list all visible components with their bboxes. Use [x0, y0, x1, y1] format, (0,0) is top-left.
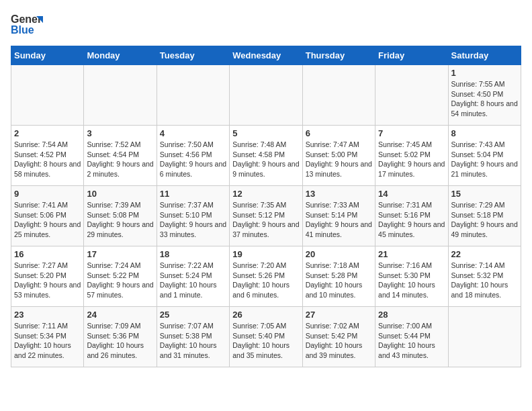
calendar-cell — [448, 307, 521, 367]
header-day-thursday: Thursday — [302, 46, 375, 65]
calendar-cell: 11Sunrise: 7:37 AM Sunset: 5:10 PM Dayli… — [157, 186, 229, 246]
day-info: Sunrise: 7:47 AM Sunset: 5:00 PM Dayligh… — [306, 140, 372, 179]
calendar-cell — [84, 65, 157, 126]
day-info: Sunrise: 7:20 AM Sunset: 5:26 PM Dayligh… — [232, 261, 299, 300]
day-number: 8 — [451, 128, 518, 138]
calendar-cell: 16Sunrise: 7:27 AM Sunset: 5:20 PM Dayli… — [11, 246, 84, 307]
calendar-cell: 1Sunrise: 7:55 AM Sunset: 4:50 PM Daylig… — [448, 65, 521, 126]
calendar-cell: 25Sunrise: 7:07 AM Sunset: 5:38 PM Dayli… — [157, 307, 229, 367]
day-number: 7 — [378, 128, 445, 138]
day-info: Sunrise: 7:29 AM Sunset: 5:18 PM Dayligh… — [451, 200, 518, 240]
day-number: 15 — [451, 189, 518, 199]
day-info: Sunrise: 7:39 AM Sunset: 5:08 PM Dayligh… — [87, 200, 153, 240]
day-info: Sunrise: 7:09 AM Sunset: 5:36 PM Dayligh… — [87, 321, 153, 361]
calendar-cell — [157, 65, 229, 126]
day-info: Sunrise: 7:16 AM Sunset: 5:30 PM Dayligh… — [378, 261, 445, 300]
day-info: Sunrise: 7:27 AM Sunset: 5:20 PM Dayligh… — [14, 261, 81, 300]
calendar-cell: 27Sunrise: 7:02 AM Sunset: 5:42 PM Dayli… — [302, 307, 375, 367]
day-number: 18 — [160, 249, 226, 259]
day-number: 21 — [378, 249, 445, 259]
day-number: 12 — [232, 189, 299, 199]
day-number: 20 — [306, 249, 372, 259]
calendar-cell: 28Sunrise: 7:00 AM Sunset: 5:44 PM Dayli… — [375, 307, 448, 367]
calendar-cell: 19Sunrise: 7:20 AM Sunset: 5:26 PM Dayli… — [230, 246, 302, 307]
calendar-cell — [375, 65, 448, 126]
day-info: Sunrise: 7:45 AM Sunset: 5:02 PM Dayligh… — [378, 140, 445, 179]
day-info: Sunrise: 7:31 AM Sunset: 5:16 PM Dayligh… — [378, 200, 445, 240]
calendar-cell: 9Sunrise: 7:41 AM Sunset: 5:06 PM Daylig… — [11, 186, 84, 246]
day-info: Sunrise: 7:41 AM Sunset: 5:06 PM Dayligh… — [14, 200, 81, 240]
calendar-cell: 20Sunrise: 7:18 AM Sunset: 5:28 PM Dayli… — [302, 246, 375, 307]
day-number: 4 — [160, 128, 226, 138]
day-number: 24 — [87, 310, 153, 320]
day-number: 19 — [232, 249, 299, 259]
day-info: Sunrise: 7:18 AM Sunset: 5:28 PM Dayligh… — [306, 261, 372, 300]
calendar-cell: 6Sunrise: 7:47 AM Sunset: 5:00 PM Daylig… — [302, 126, 375, 186]
day-info: Sunrise: 7:54 AM Sunset: 4:52 PM Dayligh… — [14, 140, 81, 179]
day-number: 26 — [232, 310, 299, 320]
calendar-cell: 14Sunrise: 7:31 AM Sunset: 5:16 PM Dayli… — [375, 186, 448, 246]
day-number: 9 — [14, 189, 81, 199]
day-info: Sunrise: 7:22 AM Sunset: 5:24 PM Dayligh… — [160, 261, 226, 300]
calendar-cell: 13Sunrise: 7:33 AM Sunset: 5:14 PM Dayli… — [302, 186, 375, 246]
day-number: 23 — [14, 310, 81, 320]
calendar-cell: 7Sunrise: 7:45 AM Sunset: 5:02 PM Daylig… — [375, 126, 448, 186]
day-number: 11 — [160, 189, 226, 199]
day-info: Sunrise: 7:33 AM Sunset: 5:14 PM Dayligh… — [306, 200, 372, 240]
day-info: Sunrise: 7:00 AM Sunset: 5:44 PM Dayligh… — [378, 321, 445, 361]
calendar-cell: 4Sunrise: 7:50 AM Sunset: 4:56 PM Daylig… — [157, 126, 229, 186]
day-info: Sunrise: 7:43 AM Sunset: 5:04 PM Dayligh… — [451, 140, 518, 179]
calendar-cell — [230, 65, 302, 126]
day-number: 14 — [378, 189, 445, 199]
day-info: Sunrise: 7:37 AM Sunset: 5:10 PM Dayligh… — [160, 200, 226, 240]
calendar-cell: 21Sunrise: 7:16 AM Sunset: 5:30 PM Dayli… — [375, 246, 448, 307]
day-info: Sunrise: 7:05 AM Sunset: 5:40 PM Dayligh… — [232, 321, 299, 361]
day-info: Sunrise: 7:35 AM Sunset: 5:12 PM Dayligh… — [232, 200, 299, 240]
day-number: 27 — [306, 310, 372, 320]
day-info: Sunrise: 7:24 AM Sunset: 5:22 PM Dayligh… — [87, 261, 153, 300]
day-number: 13 — [306, 189, 372, 199]
svg-text:Blue: Blue — [11, 24, 34, 36]
day-number: 28 — [378, 310, 445, 320]
calendar-cell: 5Sunrise: 7:48 AM Sunset: 4:58 PM Daylig… — [230, 126, 302, 186]
page-header: General Blue — [11, 11, 521, 40]
day-info: Sunrise: 7:50 AM Sunset: 4:56 PM Dayligh… — [160, 140, 226, 179]
calendar-cell: 17Sunrise: 7:24 AM Sunset: 5:22 PM Dayli… — [84, 246, 157, 307]
week-row-4: 23Sunrise: 7:11 AM Sunset: 5:34 PM Dayli… — [11, 307, 521, 367]
calendar-cell: 18Sunrise: 7:22 AM Sunset: 5:24 PM Dayli… — [157, 246, 229, 307]
header-row: SundayMondayTuesdayWednesdayThursdayFrid… — [11, 46, 521, 65]
day-number: 16 — [14, 249, 81, 259]
day-info: Sunrise: 7:11 AM Sunset: 5:34 PM Dayligh… — [14, 321, 81, 361]
day-info: Sunrise: 7:02 AM Sunset: 5:42 PM Dayligh… — [306, 321, 372, 361]
day-number: 1 — [451, 68, 518, 78]
logo-icon: General Blue — [11, 11, 43, 40]
day-number: 2 — [14, 128, 81, 138]
calendar-cell: 23Sunrise: 7:11 AM Sunset: 5:34 PM Dayli… — [11, 307, 84, 367]
calendar-cell — [11, 65, 84, 126]
day-number: 17 — [87, 249, 153, 259]
calendar-cell: 10Sunrise: 7:39 AM Sunset: 5:08 PM Dayli… — [84, 186, 157, 246]
week-row-2: 9Sunrise: 7:41 AM Sunset: 5:06 PM Daylig… — [11, 186, 521, 246]
week-row-1: 2Sunrise: 7:54 AM Sunset: 4:52 PM Daylig… — [11, 126, 521, 186]
day-number: 25 — [160, 310, 226, 320]
day-number: 22 — [451, 249, 518, 259]
week-row-3: 16Sunrise: 7:27 AM Sunset: 5:20 PM Dayli… — [11, 246, 521, 307]
header-day-friday: Friday — [375, 46, 448, 65]
calendar-cell: 24Sunrise: 7:09 AM Sunset: 5:36 PM Dayli… — [84, 307, 157, 367]
day-info: Sunrise: 7:55 AM Sunset: 4:50 PM Dayligh… — [451, 79, 518, 119]
header-day-monday: Monday — [84, 46, 157, 65]
header-day-wednesday: Wednesday — [230, 46, 302, 65]
calendar-cell: 8Sunrise: 7:43 AM Sunset: 5:04 PM Daylig… — [448, 126, 521, 186]
header-day-saturday: Saturday — [448, 46, 521, 65]
day-number: 5 — [232, 128, 299, 138]
calendar-table: SundayMondayTuesdayWednesdayThursdayFrid… — [11, 46, 521, 367]
day-info: Sunrise: 7:48 AM Sunset: 4:58 PM Dayligh… — [232, 140, 299, 179]
calendar-cell: 15Sunrise: 7:29 AM Sunset: 5:18 PM Dayli… — [448, 186, 521, 246]
day-info: Sunrise: 7:07 AM Sunset: 5:38 PM Dayligh… — [160, 321, 226, 361]
calendar-cell: 22Sunrise: 7:14 AM Sunset: 5:32 PM Dayli… — [448, 246, 521, 307]
calendar-cell — [302, 65, 375, 126]
day-number: 3 — [87, 128, 153, 138]
day-number: 10 — [87, 189, 153, 199]
header-day-sunday: Sunday — [11, 46, 84, 65]
calendar-cell: 12Sunrise: 7:35 AM Sunset: 5:12 PM Dayli… — [230, 186, 302, 246]
